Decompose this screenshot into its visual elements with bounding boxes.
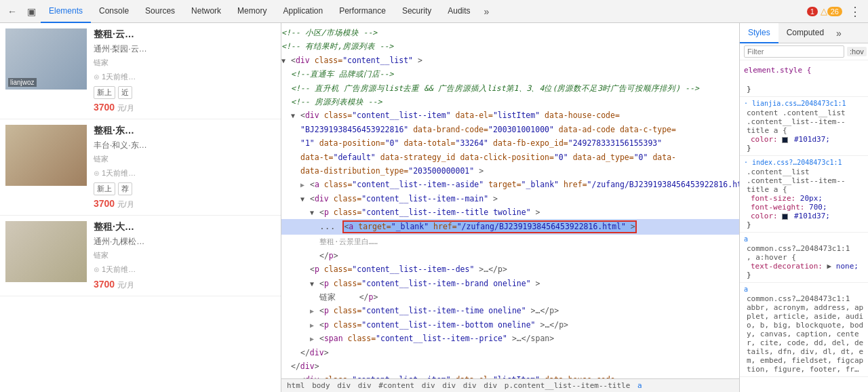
html-line[interactable]: </p> xyxy=(281,249,739,262)
color-swatch-2[interactable] xyxy=(782,214,788,220)
listing-title-1: 整租·云… xyxy=(94,28,209,41)
tab-audits[interactable]: Audits xyxy=(439,0,478,23)
breadcrumb-div-5[interactable]: div xyxy=(463,381,477,390)
styles-tab-more-icon[interactable]: » xyxy=(832,23,846,43)
styles-content: element.style { } · lianjia.css…2048473c… xyxy=(740,60,868,392)
elements-panel: <!-- 小区/市场模块 --> <!-- 有结果时,房源列表 --> ▼ <d… xyxy=(281,23,739,392)
breadcrumb-div-6[interactable]: div xyxy=(484,381,497,390)
listing-tags-1: 新上 近 xyxy=(94,86,275,99)
more-options-icon[interactable]: ⋮ xyxy=(845,4,865,19)
color-swatch[interactable] xyxy=(782,137,788,143)
style-source-lianjia[interactable]: · lianjia.css…2048473c1:1 xyxy=(744,100,864,107)
listing-info-1: 整租·云… 通州·梨园·云… 链家 ⊙ 1天前维… 新上 近 3700 元/月 xyxy=(94,28,275,113)
tab-security[interactable]: Security xyxy=(394,0,439,23)
html-line[interactable]: ▼ <p class="content__list--item--brand o… xyxy=(281,277,739,290)
tab-performance[interactable]: Performance xyxy=(331,0,394,23)
listing-meta-2: 链家 xyxy=(94,154,275,164)
html-line[interactable]: ▶ <p class="content__list--item--time on… xyxy=(281,304,739,317)
listing-time-2: ⊙ 1天前维… xyxy=(94,168,275,178)
html-line[interactable]: 整租·云景里白…… xyxy=(281,235,739,249)
html-line[interactable]: <!--直通车 品牌或门店--> xyxy=(281,67,739,81)
style-rule-textdeco: text-decoration: ▶ none; xyxy=(744,262,864,271)
tab-more-icon[interactable]: » xyxy=(479,6,495,17)
tab-network[interactable]: Network xyxy=(183,0,229,23)
breadcrumb-div-1[interactable]: div xyxy=(337,381,351,390)
tab-elements[interactable]: Elements xyxy=(41,0,91,23)
elements-content[interactable]: <!-- 小区/市场模块 --> <!-- 有结果时,房源列表 --> ▼ <d… xyxy=(281,23,739,378)
html-line[interactable]: ▼ <p class="content__list--item--title t… xyxy=(281,205,739,219)
style-block-element: element.style { } xyxy=(740,63,868,97)
styles-tabs: Styles Computed » xyxy=(740,23,868,43)
devtools-tabbar: ← ▣ Elements Console Sources Network Mem… xyxy=(0,0,868,23)
tab-memory[interactable]: Memory xyxy=(229,0,275,23)
breadcrumb-div-2[interactable]: div xyxy=(358,381,372,390)
style-block-lianjia: · lianjia.css…2048473c1:1 content .conte… xyxy=(740,97,868,156)
html-line[interactable]: ▶ <p class="content__list--item--bottom … xyxy=(281,318,739,332)
style-rule-fontweight: font-weight: 700; xyxy=(744,203,864,212)
html-line[interactable]: data-t="default" data-strategy_id data-c… xyxy=(281,151,739,164)
html-line[interactable]: <!-- 有结果时,房源列表 --> xyxy=(281,39,739,53)
main-content: lianjwoz 整租·云… 通州·梨园·云… 链家 ⊙ 1天前维… 新上 近 … xyxy=(0,23,868,392)
html-line[interactable]: ▼ <div class="content__list--item" data-… xyxy=(281,109,739,122)
html-line[interactable]: ▼ <div class="content__list--item--main"… xyxy=(281,192,739,205)
listing-meta-3: 链家 xyxy=(94,250,275,260)
cursor-icon[interactable]: ← xyxy=(3,2,22,21)
html-line[interactable]: <p class="content__list--item--des" >…</… xyxy=(281,262,739,276)
html-line[interactable]: "1" data-position="0" data-total="33264"… xyxy=(281,136,739,150)
tab-computed[interactable]: Computed xyxy=(778,23,832,43)
style-rule xyxy=(744,76,864,85)
filter-input[interactable] xyxy=(744,45,844,58)
listing-tag-1b: 近 xyxy=(118,86,132,99)
breadcrumb-content[interactable]: #content xyxy=(378,381,414,390)
warn-icon: △ xyxy=(821,6,827,16)
html-line[interactable]: ▼ <div class="content__list" > xyxy=(281,54,739,67)
html-line[interactable]: 链家 </p> xyxy=(281,290,739,304)
breadcrumb-div-4[interactable]: div xyxy=(442,381,456,390)
error-badge: 1 xyxy=(807,7,818,16)
listing-tag-1a: 新上 xyxy=(94,86,115,99)
html-line[interactable]: data-distribution_type="203500000001" > xyxy=(281,164,739,178)
breadcrumb-div-3[interactable]: div xyxy=(422,381,435,390)
listing-thumbnail-1: lianjwoz xyxy=(5,28,87,90)
img-label-1: lianjwoz xyxy=(8,78,37,87)
html-line[interactable]: <!-- 小区/市场模块 --> xyxy=(281,26,739,39)
html-line[interactable]: "BJ2391938456453922816" data-brand-code=… xyxy=(281,123,739,136)
listing-subtitle-2: 丰台·和义·东… xyxy=(94,140,275,151)
style-source-index[interactable]: · index.css?…2048473c1:1 xyxy=(744,159,864,166)
listing-subtitle-1: 通州·梨园·云… xyxy=(94,43,275,55)
breadcrumb-body[interactable]: body xyxy=(312,381,330,390)
html-line[interactable]: </div> xyxy=(281,359,739,373)
list-item: 整租·东… 丰台·和义·东… 链家 ⊙ 1天前维… 新上 荐 3700 元/月 xyxy=(0,119,281,216)
html-line[interactable]: ▶ <span class="content__list--item--pric… xyxy=(281,332,739,345)
breadcrumb-html[interactable]: html xyxy=(287,381,305,390)
filter-bar: :hov .cls + xyxy=(740,43,868,60)
html-line[interactable]: <!-- 直升机 广告房源与list去重 && 广告房源插入list第1、3、4… xyxy=(281,81,739,95)
html-line[interactable]: ▶ <a class="content__list--item--aside" … xyxy=(281,178,739,191)
listing-title-3: 整租·大… xyxy=(94,221,209,233)
tab-sources[interactable]: Sources xyxy=(137,0,183,23)
tab-console[interactable]: Console xyxy=(91,0,137,23)
html-line[interactable]: <!-- 房源列表模块 --> xyxy=(281,95,739,109)
html-line[interactable]: ▼ <div class="content__list--item" data-… xyxy=(281,373,739,378)
html-line-selected[interactable]: ... <a target="_blank" href="/zufang/BJ2… xyxy=(281,219,739,235)
html-line[interactable]: </div> xyxy=(281,346,739,359)
style-selector: element.style { xyxy=(744,66,864,75)
listing-title-2: 整租·东… xyxy=(94,125,209,137)
filter-hov-button[interactable]: :hov xyxy=(847,47,867,56)
listing-tag-2b: 荐 xyxy=(118,182,132,195)
list-item: 整租·大… 通州·九棵松… 链家 ⊙ 1天前维… 3700 元/月 xyxy=(0,216,281,296)
style-source-common-long[interactable]: a xyxy=(744,286,864,293)
style-rule-color2: color: #101d37; xyxy=(744,212,864,220)
style-rule-color1: color: #101d37; xyxy=(744,135,864,144)
style-source-common[interactable]: a xyxy=(744,235,864,243)
breadcrumb-a[interactable]: a xyxy=(637,381,642,390)
style-rule-fontsize: font-size: 20px; xyxy=(744,194,864,203)
selected-element: <a target="_blank" href="/zufang/BJ23919… xyxy=(342,220,636,233)
tab-styles[interactable]: Styles xyxy=(740,23,778,43)
style-brace: } xyxy=(744,85,864,94)
breadcrumb-p-title[interactable]: p.content__list--item--title xyxy=(505,381,630,390)
tab-application[interactable]: Application xyxy=(275,0,331,23)
inspect-icon[interactable]: ▣ xyxy=(22,2,41,21)
listing-price-2: 3700 元/月 xyxy=(94,198,275,210)
listing-info-2: 整租·东… 丰台·和义·东… 链家 ⊙ 1天前维… 新上 荐 3700 元/月 xyxy=(94,125,275,210)
